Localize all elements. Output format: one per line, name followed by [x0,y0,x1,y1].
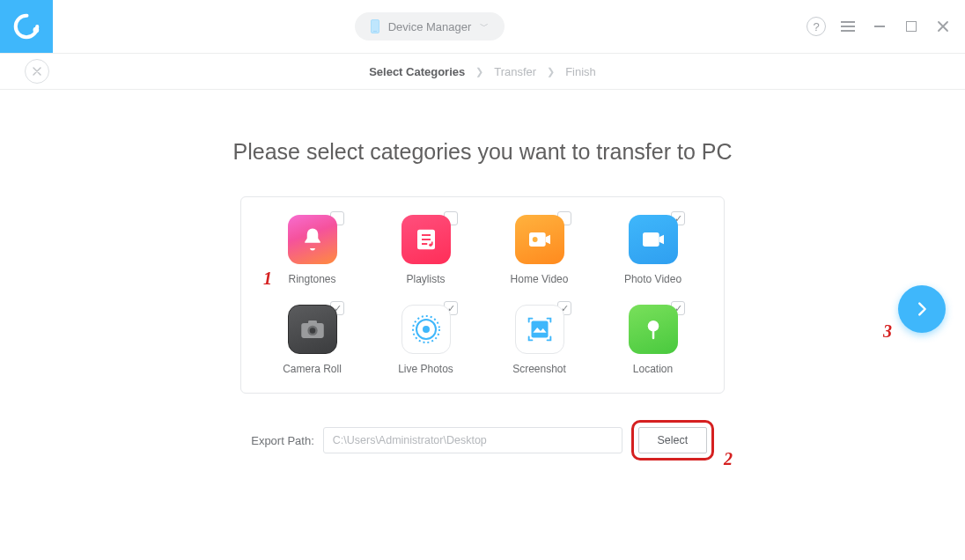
svg-point-1 [33,27,39,33]
category-screenshot[interactable]: Screenshot [490,305,589,386]
close-button[interactable] [933,17,953,36]
chevron-right-icon [912,299,932,319]
category-label: Live Photos [376,363,475,375]
pin-icon [629,305,678,354]
x-icon [32,66,42,77]
export-path-row: Export Path: Select [0,420,965,461]
category-label: Home Video [490,273,589,285]
annotation-2: 2 [724,449,733,469]
category-label: Location [603,363,703,375]
breadcrumb-bar: Select Categories ❯ Transfer ❯ Finish [0,53,965,90]
category-playlists[interactable]: Playlists [376,215,475,296]
category-photo-video[interactable]: Photo Video [603,215,703,296]
category-label: Screenshot [490,363,589,375]
crumb-select-categories: Select Categories [369,65,465,78]
minimize-button[interactable] [870,17,889,36]
device-manager-dropdown[interactable]: Device Manager ﹀ [355,12,505,41]
category-label: Playlists [376,273,475,285]
menu-button[interactable] [838,17,858,36]
window-controls: ? [807,17,953,36]
bell-icon [288,215,337,264]
home-video-icon [515,215,564,264]
category-label: Camera Roll [262,363,362,375]
help-button[interactable]: ? [807,17,826,36]
title-bar: Device Manager ﹀ ? [0,0,965,53]
maximize-icon [906,21,917,32]
device-label: Device Manager [388,20,472,33]
minimize-icon [874,26,885,27]
crumb-finish: Finish [565,65,596,78]
next-button[interactable] [898,285,946,333]
hamburger-icon [841,21,855,32]
category-label: Photo Video [603,273,703,285]
svg-rect-16 [652,329,654,339]
annotation-3: 3 [883,321,892,342]
camera-icon [288,305,337,354]
live-photo-icon [401,305,451,354]
export-path-input[interactable] [323,427,622,453]
playlist-icon [401,215,451,264]
category-label: Ringtones [262,273,362,285]
annotation-1: 1 [263,269,272,289]
select-path-button[interactable]: Select [638,427,707,453]
category-camera-roll[interactable]: Camera Roll [262,305,362,386]
photo-video-icon [629,215,678,264]
breadcrumb: Select Categories ❯ Transfer ❯ Finish [369,65,596,78]
app-logo [0,0,53,53]
svg-point-13 [423,326,430,333]
close-icon [937,20,949,33]
category-home-video[interactable]: Home Video [490,215,589,296]
category-ringtones[interactable]: Ringtones [262,215,362,296]
maximize-button[interactable] [902,17,921,36]
chevron-down-icon: ﹀ [480,20,489,33]
phone-icon [371,19,379,33]
chevron-right-icon: ❯ [547,66,555,77]
svg-rect-14 [531,321,548,338]
category-live-photos[interactable]: Live Photos [376,305,475,386]
category-location[interactable]: Location [603,305,703,386]
svg-point-5 [532,237,537,242]
svg-rect-6 [643,232,659,247]
export-path-label: Export Path: [251,434,314,447]
screenshot-icon [515,305,564,354]
back-button[interactable] [25,59,49,84]
page-title: Please select categories you want to tra… [0,139,965,165]
annotation-highlight-select: Select [631,420,714,461]
crumb-transfer: Transfer [494,65,536,78]
chevron-right-icon: ❯ [475,66,483,77]
svg-rect-8 [308,321,317,324]
app-logo-icon [11,11,41,41]
svg-point-0 [16,16,37,37]
svg-point-10 [309,328,315,334]
categories-panel: Ringtones Playlists Home Video Photo Vid… [240,196,725,394]
